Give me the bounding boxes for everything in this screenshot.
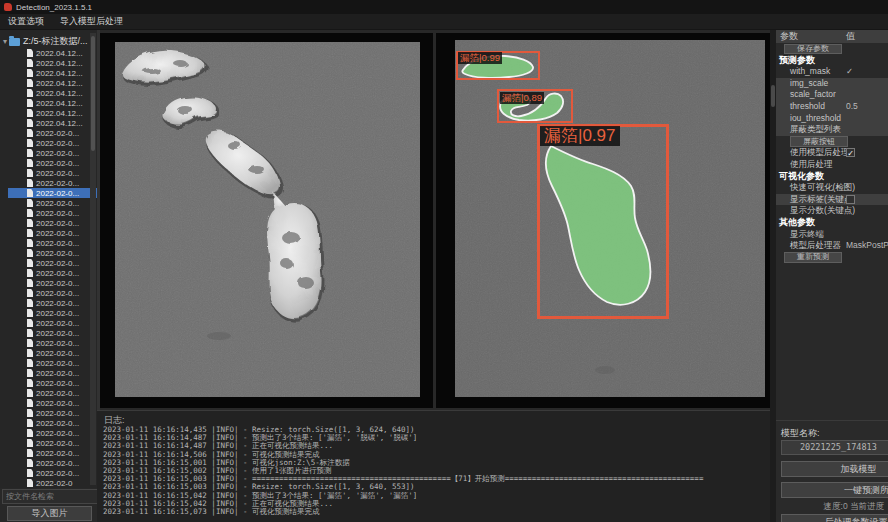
tree-item[interactable]: 2022-02-0... <box>8 278 97 288</box>
tree-item[interactable]: 2022.04.12... <box>8 98 97 108</box>
param-row[interactable]: 模型后处理器MaskPostPro <box>776 240 888 252</box>
param-row[interactable]: 屏蔽按钮 <box>776 136 888 148</box>
menu-item-settings[interactable]: 设置选项 <box>8 15 44 28</box>
search-input[interactable] <box>2 489 100 504</box>
param-row[interactable]: threshold0.5 <box>776 101 888 113</box>
tree-item[interactable]: 2022-02-0... <box>8 358 97 368</box>
tree-item[interactable]: 2022-02-0... <box>8 148 97 158</box>
tree-item[interactable]: 2022-02-0... <box>8 168 97 178</box>
tree-item[interactable]: 2022-02-0... <box>8 288 97 298</box>
file-icon <box>27 269 33 277</box>
tree-item[interactable]: 2022.04.12... <box>8 78 97 88</box>
param-label: 快速可视化(检图) <box>776 182 855 192</box>
tree-item[interactable]: 2022-02-0... <box>8 138 97 148</box>
tree-item[interactable]: 2022-02-0... <box>8 128 97 138</box>
tree-item[interactable]: 2022-02-0... <box>8 218 97 228</box>
tree-item[interactable]: 2022-02-0... <box>8 178 97 188</box>
tree-item-label: 2022-02-0 <box>36 479 72 488</box>
tree-root-label: Z:/5-标注数据/... <box>23 35 88 48</box>
tree-item[interactable]: 2022-02-0... <box>8 228 97 238</box>
param-section-label: 可视化参数 <box>776 171 824 181</box>
tree-item[interactable]: 2022-02-0... <box>8 428 97 438</box>
postprocess-settings-button[interactable]: 后处理参数设置 <box>781 514 888 522</box>
param-value[interactable]: ✓ <box>846 66 853 78</box>
tree-item[interactable]: 2022-02-0... <box>8 198 97 208</box>
tree-item[interactable]: 2022-02-0... <box>8 418 97 428</box>
params-scrollbar-thumb[interactable] <box>771 85 775 107</box>
file-icon <box>27 459 33 467</box>
model-name-value[interactable]: 20221225_174813 <box>781 440 888 455</box>
tree-item[interactable]: 2022-02-0... <box>8 328 97 338</box>
tree-item[interactable]: 2022-02-0... <box>8 378 97 388</box>
detection-label-2: 漏箔|0.89 <box>500 92 544 104</box>
tree-item[interactable]: 2022-02-0... <box>8 268 97 278</box>
tree-item[interactable]: 2022-02-0... <box>8 458 97 468</box>
tree-item[interactable]: 2022-02-0... <box>8 338 97 348</box>
tree-item[interactable]: 2022.04.12... <box>8 58 97 68</box>
param-row[interactable]: 重新预测 <box>776 252 888 264</box>
tree-item-label: 2022-02-0... <box>36 409 79 418</box>
log-panel[interactable]: 日志: 2023-01-11 16:16:14,435 |INFO| - Res… <box>97 410 770 522</box>
param-row[interactable]: 显示终端 <box>776 229 888 241</box>
param-row[interactable]: 显示分数(关键点) <box>776 205 888 217</box>
param-value[interactable]: 0.5 <box>846 101 858 113</box>
file-icon <box>27 469 33 477</box>
tree-item-label: 2022-02-0... <box>36 229 79 238</box>
tree-item[interactable]: 2022-02-0... <box>8 158 97 168</box>
tree-item[interactable]: 2022-02-0... <box>8 308 97 318</box>
tree-item-label: 2022-02-0... <box>36 169 79 178</box>
tree-item[interactable]: 2022.04.12... <box>8 108 97 118</box>
import-image-button[interactable]: 导入图片 <box>7 506 92 521</box>
tree-item[interactable]: 2022.04.12... <box>8 68 97 78</box>
tree-item[interactable]: 2022-02-0... <box>8 388 97 398</box>
tree-item[interactable]: 2022-02-0... <box>8 408 97 418</box>
tree-item[interactable]: 2022-02-0... <box>8 208 97 218</box>
param-row[interactable]: 屏蔽类型列表 <box>776 124 888 136</box>
tree-root[interactable]: ▾ Z:/5-标注数据/... <box>0 35 97 48</box>
tree-scrollbar-thumb[interactable] <box>91 36 95 151</box>
tree-item[interactable]: 2022-02-0... <box>8 448 97 458</box>
param-row[interactable]: 显示标签(关键点) <box>776 194 888 206</box>
menu-item-import-postprocess[interactable]: 导入模型后处理 <box>60 15 123 28</box>
tree-item[interactable]: 2022-02-0... <box>8 238 97 248</box>
tree-scrollbar[interactable] <box>90 33 96 485</box>
param-button[interactable]: 屏蔽按钮 <box>790 136 848 147</box>
model-panel: 模型名称: 20221225_174813 加载模型 一键预测所有 速度:0 当… <box>776 420 888 522</box>
tree-item[interactable]: 2022-02-0... <box>8 468 97 478</box>
param-button[interactable]: 保存参数 <box>784 44 842 55</box>
param-checkbox[interactable]: ✓ <box>846 148 855 157</box>
param-label: 使用后处理 <box>776 159 833 169</box>
param-row[interactable]: with_mask✓ <box>776 66 888 78</box>
tree-item-label: 2022.04.12... <box>36 59 83 68</box>
param-row[interactable]: iou_threshold <box>776 113 888 125</box>
file-icon <box>27 159 33 167</box>
tree-item[interactable]: 2022-02-0... <box>8 298 97 308</box>
tree-item[interactable]: 2022-02-0... <box>8 398 97 408</box>
tree-item[interactable]: 2022-02-0... <box>8 188 97 198</box>
predict-all-button[interactable]: 一键预测所有 <box>781 482 888 498</box>
tree-item[interactable]: 2022-02-0 <box>8 478 97 488</box>
load-model-button[interactable]: 加载模型 <box>781 461 888 477</box>
tree-item[interactable]: 2022-02-0... <box>8 368 97 378</box>
tree-item[interactable]: 2022-02-0... <box>8 348 97 358</box>
tree-item[interactable]: 2022-02-0... <box>8 248 97 258</box>
param-row[interactable]: img_scale <box>776 78 888 90</box>
param-row[interactable]: 快速可视化(检图) <box>776 182 888 194</box>
param-label: with_mask <box>776 66 830 76</box>
tree-item[interactable]: 2022.04.12... <box>8 118 97 128</box>
param-row[interactable]: 使用后处理 <box>776 159 888 171</box>
tree-item[interactable]: 2022.04.12... <box>8 88 97 98</box>
param-row[interactable]: scale_factor <box>776 89 888 101</box>
param-value[interactable]: MaskPostPro <box>846 240 888 252</box>
param-checkbox[interactable] <box>846 195 855 204</box>
tree-item[interactable]: 2022-02-0... <box>8 258 97 268</box>
param-label: 使用模型后处理 <box>776 147 850 157</box>
tree-item-label: 2022-02-0... <box>36 359 79 368</box>
param-row[interactable]: 使用模型后处理✓ <box>776 147 888 159</box>
tree-item[interactable]: 2022.04.12... <box>8 48 97 58</box>
tree-item[interactable]: 2022-02-0... <box>8 438 97 448</box>
tree-item[interactable]: 2022-02-0... <box>8 318 97 328</box>
expand-arrow-icon[interactable]: ▾ <box>3 37 7 46</box>
param-row[interactable]: 保存参数 <box>776 43 888 55</box>
param-button[interactable]: 重新预测 <box>784 252 842 263</box>
